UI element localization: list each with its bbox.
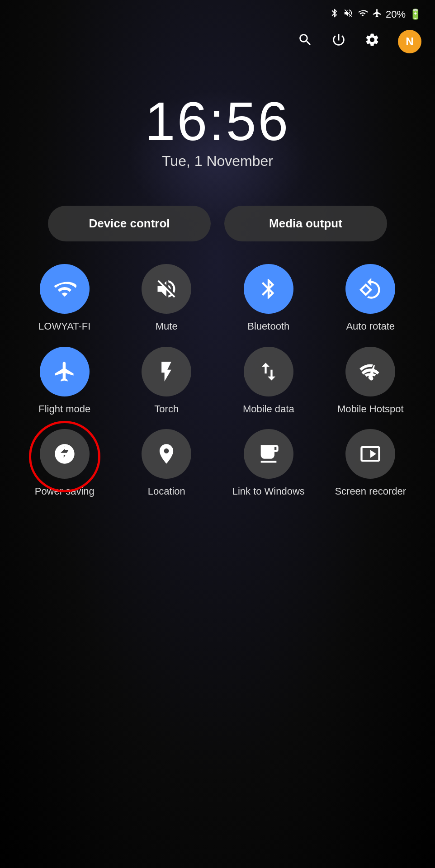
mobiledata-icon-circle xyxy=(244,347,293,396)
control-buttons-row: Device control Media output xyxy=(0,179,435,255)
bluetooth-label: Bluetooth xyxy=(247,320,289,333)
screenrecorder-icon-circle xyxy=(345,429,395,479)
status-bar: 20% 🔋 xyxy=(0,0,435,25)
top-actions: N xyxy=(0,25,435,58)
mute-status-icon xyxy=(343,8,353,21)
wifi-icon-circle xyxy=(40,264,90,314)
clock-date: Tue, 1 November xyxy=(0,153,435,170)
clock-time: 16:56 xyxy=(0,94,435,148)
torch-label: Torch xyxy=(154,403,179,416)
qs-item-mute[interactable]: Mute xyxy=(120,264,213,333)
status-icons: 20% 🔋 xyxy=(330,8,421,21)
qs-item-torch[interactable]: Torch xyxy=(120,347,213,416)
location-label: Location xyxy=(148,485,185,498)
qs-item-linkwindows[interactable]: Link to Windows xyxy=(222,429,315,498)
flightmode-label: Flight mode xyxy=(38,403,90,416)
qs-item-location[interactable]: Location xyxy=(120,429,213,498)
autorotate-icon-circle xyxy=(345,264,395,314)
screenrecorder-label: Screen recorder xyxy=(335,485,406,498)
powersaving-icon-circle xyxy=(40,429,90,479)
mute-icon-circle xyxy=(142,264,191,314)
location-icon-circle xyxy=(142,429,191,479)
search-icon[interactable] xyxy=(298,32,313,51)
hotspot-label: Mobile Hotspot xyxy=(337,403,404,416)
mobiledata-label: Mobile data xyxy=(243,403,294,416)
bluetooth-icon-circle xyxy=(244,264,293,314)
qs-item-hotspot[interactable]: Mobile Hotspot xyxy=(324,347,417,416)
battery-icon: 🔋 xyxy=(409,9,421,20)
clock-section: 16:56 Tue, 1 November xyxy=(0,58,435,179)
autorotate-label: Auto rotate xyxy=(346,320,395,333)
wifi-status-icon xyxy=(357,8,369,21)
power-icon[interactable] xyxy=(331,32,346,51)
quick-settings-grid: LOWYAT-FI Mute Bluetooth xyxy=(18,264,417,498)
qs-item-wifi[interactable]: LOWYAT-FI xyxy=(18,264,111,333)
qs-item-flightmode[interactable]: Flight mode xyxy=(18,347,111,416)
qs-item-screenrecorder[interactable]: Screen recorder xyxy=(324,429,417,498)
wifi-label: LOWYAT-FI xyxy=(38,320,90,333)
linkwindows-icon-circle xyxy=(244,429,293,479)
qs-item-bluetooth[interactable]: Bluetooth xyxy=(222,264,315,333)
quick-settings-panel: LOWYAT-FI Mute Bluetooth xyxy=(0,255,435,507)
qs-item-mobiledata[interactable]: Mobile data xyxy=(222,347,315,416)
hotspot-icon-circle xyxy=(345,347,395,396)
avatar[interactable]: N xyxy=(398,30,421,53)
flightmode-icon-circle xyxy=(40,347,90,396)
qs-item-autorotate[interactable]: Auto rotate xyxy=(324,264,417,333)
linkwindows-label: Link to Windows xyxy=(232,485,305,498)
media-output-button[interactable]: Media output xyxy=(224,206,387,241)
battery-text: 20% xyxy=(386,9,406,20)
settings-icon[interactable] xyxy=(364,32,380,51)
device-control-button[interactable]: Device control xyxy=(48,206,211,241)
qs-item-powersaving[interactable]: Power saving xyxy=(18,429,111,498)
mute-label: Mute xyxy=(156,320,178,333)
airplane-status-icon xyxy=(372,8,382,21)
bluetooth-status-icon xyxy=(330,8,340,21)
torch-icon-circle xyxy=(142,347,191,396)
powersaving-label: Power saving xyxy=(35,485,95,498)
